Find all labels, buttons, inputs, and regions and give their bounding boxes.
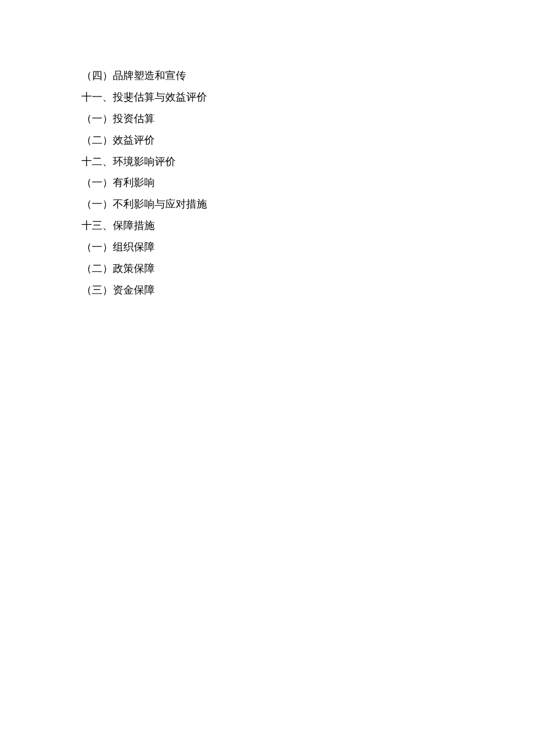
outline-item-11-2: （二）效益评价 xyxy=(81,130,535,151)
outline-section-12: 十二、环境影响评价 xyxy=(81,151,535,173)
outline-section-13: 十三、保障措施 xyxy=(81,215,535,237)
outline-item-12-2: （一）不利影响与应对措施 xyxy=(81,194,535,215)
outline-item-13-2: （二）政策保障 xyxy=(81,258,535,280)
outline-section-11: 十一、投斐估算与效益评价 xyxy=(81,87,535,108)
outline-item-13-3: （三）资金保障 xyxy=(81,280,535,301)
outline-item-11-1: （一）投资估算 xyxy=(81,108,535,130)
outline-item-10-4: （四）品牌塑造和宣传 xyxy=(81,65,535,87)
outline-item-13-1: （一）组织保障 xyxy=(81,237,535,258)
outline-item-12-1: （一）有利影响 xyxy=(81,172,535,194)
